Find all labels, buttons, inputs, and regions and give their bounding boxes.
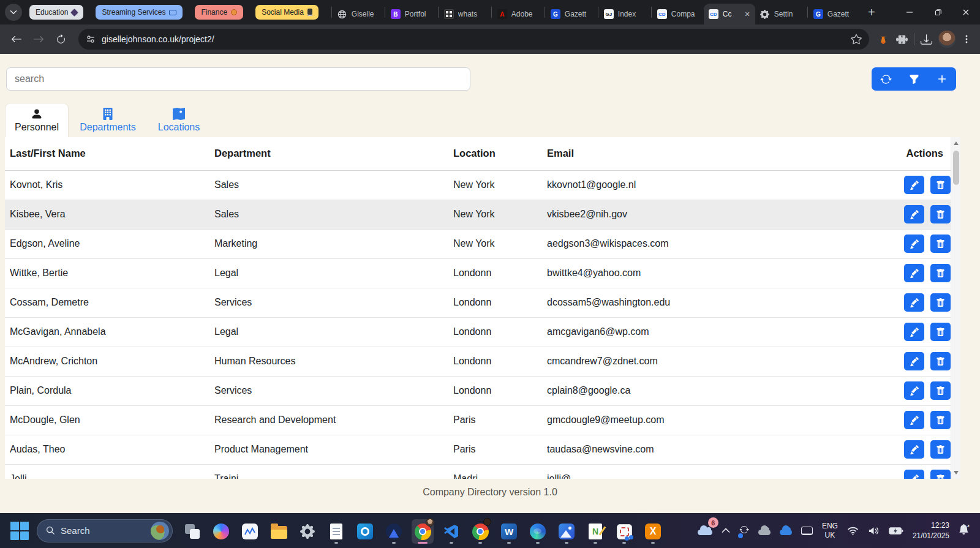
- xampp-button[interactable]: X: [642, 519, 664, 544]
- department-cell: Sales: [214, 170, 453, 200]
- url-text: gisellejohnson.co.uk/project2/: [102, 34, 845, 44]
- close-button[interactable]: [952, 0, 980, 24]
- profile-avatar[interactable]: [938, 31, 956, 48]
- pencil-icon: [910, 386, 919, 396]
- edit-button[interactable]: [904, 176, 924, 194]
- sync-tray-icon[interactable]: [739, 525, 749, 537]
- task-view-button[interactable]: [181, 519, 203, 544]
- start-button[interactable]: [10, 521, 29, 541]
- edit-button[interactable]: [904, 352, 924, 370]
- media-player-button[interactable]: [239, 519, 261, 544]
- name-cell: Cossam, Demetre: [5, 288, 214, 317]
- chrome-alt-button[interactable]: [469, 519, 491, 544]
- tab-search-button[interactable]: [5, 4, 22, 21]
- tab-personnel[interactable]: Personnel: [5, 103, 69, 137]
- add-button[interactable]: [928, 67, 956, 91]
- file-explorer-button[interactable]: [268, 519, 290, 544]
- language-indicator[interactable]: ENG UK: [822, 522, 838, 540]
- browser-tab-adobe[interactable]: A Adobe: [492, 4, 544, 24]
- tab-group-streaming-services[interactable]: Streaming Services: [96, 5, 183, 20]
- minimize-button[interactable]: [895, 0, 924, 24]
- delete-button[interactable]: [930, 440, 951, 459]
- kebab-menu-icon[interactable]: [962, 34, 971, 44]
- browser-tab-gazette-2[interactable]: G Gazett: [809, 4, 860, 24]
- delete-button[interactable]: [930, 323, 951, 341]
- browser-tab-index[interactable]: GJ Index: [599, 4, 650, 24]
- browser-tab-whatsapp[interactable]: whats: [439, 4, 491, 24]
- delete-button[interactable]: [930, 381, 951, 400]
- metamask-icon[interactable]: [876, 33, 890, 45]
- volume-icon[interactable]: [868, 526, 880, 536]
- delete-button[interactable]: [930, 235, 951, 253]
- download-icon[interactable]: [921, 34, 932, 45]
- edit-button[interactable]: [904, 323, 924, 341]
- reload-button[interactable]: [50, 29, 71, 50]
- browser-tab-settings[interactable]: Settin: [755, 4, 807, 24]
- taskbar-clock[interactable]: 12:23 21/01/2025: [913, 520, 949, 540]
- extensions-puzzle-icon[interactable]: [896, 34, 908, 45]
- close-tab-icon[interactable]: ✕: [745, 10, 750, 18]
- browser-tab-company-directory[interactable]: CD Compa: [652, 4, 704, 24]
- browser-tab-portfolio[interactable]: B Portfol: [386, 4, 437, 24]
- browser-tab-gazette[interactable]: G Gazett: [546, 4, 597, 24]
- outlook-button[interactable]: [354, 519, 376, 544]
- tab-locations[interactable]: Locations: [147, 103, 211, 137]
- word-button[interactable]: W: [498, 519, 520, 544]
- copilot-button[interactable]: [210, 519, 232, 544]
- taskbar-search[interactable]: Search: [37, 519, 173, 542]
- tab-group-education[interactable]: Education: [29, 5, 83, 20]
- scrollbar-down-button[interactable]: [951, 468, 960, 478]
- notification-bell[interactable]: z: [959, 524, 969, 537]
- new-tab-button[interactable]: +: [862, 3, 881, 21]
- nordvpn-button[interactable]: [383, 519, 405, 544]
- delete-button[interactable]: [930, 176, 951, 194]
- edit-button[interactable]: [904, 411, 924, 429]
- edit-button[interactable]: [904, 381, 924, 400]
- edit-button[interactable]: [904, 440, 924, 459]
- edit-button[interactable]: [904, 264, 924, 282]
- refresh-button[interactable]: [872, 67, 900, 91]
- wifi-icon[interactable]: [847, 526, 859, 535]
- edge-button[interactable]: [527, 519, 549, 544]
- snipping-tool-button[interactable]: [613, 519, 635, 544]
- search-input[interactable]: [6, 67, 470, 91]
- settings-button[interactable]: [296, 519, 318, 544]
- delete-button[interactable]: [930, 352, 951, 370]
- photos-button[interactable]: [556, 519, 578, 544]
- site-info-icon[interactable]: [86, 34, 96, 44]
- name-cell: Audas, Theo: [5, 435, 214, 464]
- scrollbar-thumb[interactable]: [953, 151, 959, 185]
- edit-button[interactable]: [904, 470, 924, 479]
- edit-button[interactable]: [904, 293, 924, 312]
- maximize-button[interactable]: [924, 0, 952, 24]
- bookmark-star-icon[interactable]: [851, 34, 862, 45]
- scrollbar-up-button[interactable]: [951, 138, 960, 148]
- notepad-plus-plus-button[interactable]: N: [584, 519, 606, 544]
- weather-widget[interactable]: 6: [698, 526, 712, 535]
- onedrive-gray-icon[interactable]: [758, 530, 771, 535]
- back-button[interactable]: [6, 29, 27, 50]
- notepad-button[interactable]: [325, 519, 347, 544]
- edit-button[interactable]: [904, 235, 924, 253]
- touchpad-icon[interactable]: [801, 527, 813, 535]
- forward-button[interactable]: [28, 29, 49, 50]
- vscode-button[interactable]: [440, 519, 462, 544]
- tab-departments[interactable]: Departments: [69, 103, 147, 137]
- delete-button[interactable]: [930, 264, 951, 282]
- browser-tab-active[interactable]: CD Cc ✕: [704, 4, 755, 24]
- filter-button[interactable]: [900, 67, 928, 91]
- table-scrollbar[interactable]: [951, 137, 960, 479]
- chrome-button[interactable]: [412, 519, 434, 544]
- address-bar[interactable]: gisellejohnson.co.uk/project2/: [78, 29, 869, 50]
- edit-button[interactable]: [904, 205, 924, 223]
- tab-group-social-media[interactable]: Social Media: [255, 5, 318, 20]
- delete-button[interactable]: [930, 293, 951, 312]
- onedrive-blue-icon[interactable]: [780, 530, 792, 535]
- battery-icon[interactable]: [889, 527, 903, 535]
- delete-button[interactable]: [930, 205, 951, 223]
- delete-button[interactable]: [930, 470, 951, 479]
- delete-button[interactable]: [930, 411, 951, 429]
- browser-tab-giselle[interactable]: Giselle: [333, 4, 384, 24]
- tab-group-finance[interactable]: Finance: [195, 5, 243, 20]
- hidden-icons-chevron[interactable]: [722, 528, 730, 533]
